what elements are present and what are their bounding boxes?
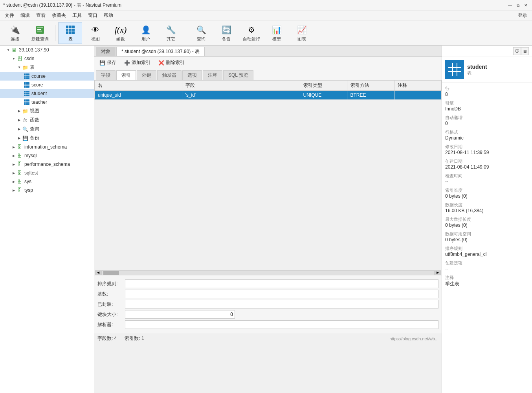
toolbar-model[interactable]: 📊 模型 xyxy=(265,22,288,44)
backups-expand-icon[interactable] xyxy=(17,136,22,141)
toolbar-table[interactable]: 表 xyxy=(59,22,82,44)
toolbar-autorun[interactable]: ⚙ 自动运行 xyxy=(240,22,263,44)
db-information-schema-label: information_schema xyxy=(24,144,67,150)
model-label: 模型 xyxy=(272,36,281,42)
window-controls: — ⧉ ✕ xyxy=(507,2,529,9)
save-button[interactable]: 💾 保存 xyxy=(96,58,120,68)
menu-favorites[interactable]: 收藏夹 xyxy=(49,11,69,20)
right-panel-title: student xyxy=(467,64,487,70)
scroll-left-arrow[interactable]: ◀ xyxy=(95,270,101,275)
menu-window[interactable]: 窗口 xyxy=(85,11,101,20)
mysql-expand-icon[interactable] xyxy=(11,153,17,158)
sidebar-group-tables[interactable]: 📁 表 xyxy=(0,63,94,72)
scroll-track[interactable] xyxy=(101,270,435,275)
col-header-comment: 注释 xyxy=(394,81,441,91)
col-header-index-method: 索引方法 xyxy=(347,81,394,91)
funcs-folder-icon: fx xyxy=(22,117,28,123)
cardinality-input[interactable] xyxy=(125,290,438,298)
toolbar-func[interactable]: f(x) 函数 xyxy=(109,22,132,44)
sidebar-db-sys[interactable]: 🗄 sys xyxy=(0,177,94,186)
sidebar-server[interactable]: 🖥 39.103.137.90 xyxy=(0,46,94,54)
views-expand-icon[interactable] xyxy=(17,108,22,114)
csdn-expand-icon[interactable] xyxy=(11,56,17,61)
func-icon: f(x) xyxy=(114,24,127,36)
sidebar-item-course[interactable]: course xyxy=(0,72,94,81)
row-field: 's_id' xyxy=(182,91,300,100)
delete-index-button[interactable]: ❌ 删除索引 xyxy=(155,58,188,68)
toolbar-chart[interactable]: 📈 图表 xyxy=(290,22,314,44)
toolbar-query[interactable]: 🔍 查询 xyxy=(189,22,213,44)
sidebar: 🖥 39.103.137.90 🗄 csdn 📁 表 course score xyxy=(0,46,94,393)
menu-help[interactable]: 帮助 xyxy=(101,11,116,20)
funcs-expand-icon[interactable] xyxy=(17,118,22,123)
menu-view[interactable]: 查看 xyxy=(33,11,49,20)
main-content-tab[interactable]: * student @csdn (39.103.137.90) - 表 xyxy=(116,47,205,56)
toolbar-view[interactable]: 👁 视图 xyxy=(84,22,107,44)
sidebar-db-sqltest[interactable]: 🗄 sqltest xyxy=(0,169,94,177)
collation-input[interactable] xyxy=(125,279,438,288)
subtab-triggers[interactable]: 触发器 xyxy=(157,70,182,80)
info-value-rows: 8 xyxy=(445,92,529,97)
minimize-button[interactable]: — xyxy=(507,2,513,9)
toolbar-connect[interactable]: 🔌 连接 xyxy=(3,22,27,44)
grid-icon-btn[interactable]: ⊞ xyxy=(521,47,529,55)
horizontal-scrollbar[interactable]: ◀ ▶ xyxy=(94,269,442,276)
table-row[interactable]: unique_uid 's_id' UNIQUE BTREE xyxy=(95,91,442,100)
backup-label: 备份 xyxy=(222,36,231,42)
sidebar-item-score[interactable]: score xyxy=(0,81,94,89)
subtab-comments[interactable]: 注释 xyxy=(203,70,222,80)
parser-input[interactable] xyxy=(125,320,438,329)
sidebar-db-performance-schema[interactable]: 🗄 performance_schema xyxy=(0,160,94,169)
server-expand-icon[interactable] xyxy=(6,47,11,53)
object-tab[interactable]: 对象 xyxy=(96,47,116,56)
sqltest-expand-icon[interactable] xyxy=(11,170,17,176)
subtab-options[interactable]: 选项 xyxy=(182,70,202,80)
toolbar-new-query[interactable]: 新建查询 xyxy=(28,22,52,44)
sidebar-db-tysp[interactable]: 🗄 tysp xyxy=(0,186,94,195)
menu-file[interactable]: 文件 xyxy=(2,11,17,20)
sidebar-db-mysql[interactable]: 🗄 mysql xyxy=(0,151,94,160)
toolbar-backup[interactable]: 🔄 备份 xyxy=(215,22,238,44)
toolbar-other[interactable]: 🔧 其它 xyxy=(159,22,183,44)
info-row-row-format: 行格式 Dynamic xyxy=(445,129,529,141)
queries-expand-icon[interactable] xyxy=(17,127,22,132)
sidebar-item-student[interactable]: student xyxy=(0,89,94,98)
packed-input[interactable] xyxy=(125,300,438,309)
scroll-right-arrow[interactable]: ▶ xyxy=(435,270,441,275)
subtab-fkeys[interactable]: 外键 xyxy=(137,70,156,80)
menu-tools[interactable]: 工具 xyxy=(69,11,85,20)
menu-edit[interactable]: 编辑 xyxy=(17,11,33,20)
svg-rect-13 xyxy=(24,82,29,88)
subtab-sql-preview[interactable]: SQL 预览 xyxy=(223,70,253,80)
subtab-indexes[interactable]: 索引 xyxy=(116,70,136,80)
sidebar-item-teacher[interactable]: teacher xyxy=(0,98,94,107)
func-label: 函数 xyxy=(116,36,125,42)
toolbar-sep1 xyxy=(55,25,55,41)
key-block-size-input[interactable] xyxy=(125,310,235,319)
sidebar-db-csdn[interactable]: 🗄 csdn xyxy=(0,54,94,63)
restore-button[interactable]: ⧉ xyxy=(515,2,521,9)
scroll-thumb[interactable] xyxy=(103,271,119,275)
info-schema-expand-icon[interactable] xyxy=(11,144,17,150)
tables-expand-icon[interactable] xyxy=(17,65,22,70)
autorun-label: 自动运行 xyxy=(243,36,260,42)
sidebar-group-backups[interactable]: 💾 备份 xyxy=(0,134,94,143)
db-sqltest-label: sqltest xyxy=(24,170,38,176)
toolbar-user[interactable]: 👤 用户 xyxy=(134,22,158,44)
sidebar-db-information-schema[interactable]: 🗄 information_schema xyxy=(0,143,94,151)
other-label: 其它 xyxy=(167,36,175,42)
close-button[interactable]: ✕ xyxy=(523,2,529,9)
sidebar-group-queries[interactable]: 🔍 查询 xyxy=(0,125,94,134)
right-info-section: 行 8 引擎 InnoDB 自动递增 0 行格式 Dynamic 修改日期 20… xyxy=(442,83,532,294)
info-icon-btn[interactable]: ⓘ xyxy=(513,47,521,55)
sys-expand-icon[interactable] xyxy=(11,179,17,184)
sidebar-group-views[interactable]: 📁 视图 xyxy=(0,107,94,116)
add-index-button[interactable]: ➕ 添加索引 xyxy=(121,58,154,68)
login-button[interactable]: 登录 xyxy=(515,11,530,20)
subtab-fields[interactable]: 字段 xyxy=(96,70,116,80)
tabbar: 对象 * student @csdn (39.103.137.90) - 表 xyxy=(94,46,442,57)
index-data-table: 名 字段 索引类型 索引方法 注释 unique_uid 's_id' UNIQ… xyxy=(94,80,442,100)
sidebar-group-funcs[interactable]: fx 函数 xyxy=(0,116,94,125)
tysp-expand-icon[interactable] xyxy=(11,187,17,193)
perf-schema-expand-icon[interactable] xyxy=(11,162,17,167)
